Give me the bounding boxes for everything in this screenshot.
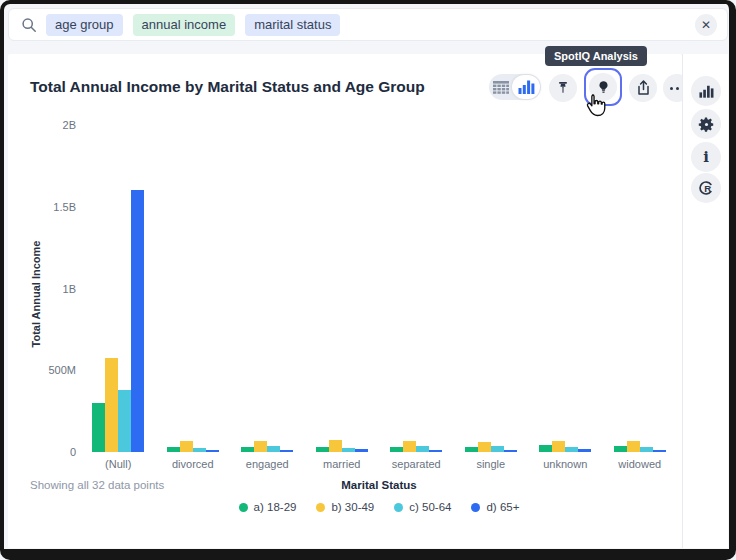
bar[interactable] [193, 448, 206, 452]
bar[interactable] [653, 450, 666, 453]
x-axis-title: Marital Status [81, 479, 677, 491]
bar-group: divorced [156, 125, 231, 452]
legend-dot-icon [394, 503, 403, 512]
answer-toolbar [489, 73, 691, 111]
legend-label: b) 30-49 [331, 501, 374, 513]
bar-group: unknown [528, 125, 603, 452]
bar[interactable] [640, 447, 653, 452]
right-sidebar: i R [682, 54, 728, 548]
bar-group: (Null) [81, 125, 156, 452]
bar[interactable] [105, 358, 118, 452]
y-tick-label: 1.5B [26, 201, 76, 213]
bar[interactable] [403, 441, 416, 452]
bar[interactable] [342, 448, 355, 452]
x-tick-label: widowed [603, 458, 678, 470]
chart-view-icon[interactable] [512, 75, 540, 99]
bar[interactable] [465, 447, 478, 452]
bar[interactable] [167, 447, 180, 452]
legend-dot-icon [471, 503, 480, 512]
gear-icon [698, 116, 715, 133]
bar[interactable] [254, 441, 267, 452]
chart-config-button[interactable] [691, 76, 721, 106]
bar[interactable] [267, 446, 280, 453]
x-tick-label: single [454, 458, 529, 470]
x-tick-label: (Null) [81, 458, 156, 470]
legend-dot-icon [239, 503, 248, 512]
bar[interactable] [614, 446, 627, 452]
legend-label: d) 65+ [486, 501, 519, 513]
close-icon[interactable]: ✕ [695, 14, 717, 36]
bar[interactable] [429, 450, 442, 452]
bar[interactable] [552, 441, 565, 452]
r-analysis-button[interactable]: R [691, 173, 721, 203]
search-icon [21, 17, 37, 33]
pin-icon [555, 80, 571, 96]
y-tick-label: 500M [26, 364, 76, 376]
bar[interactable] [206, 450, 219, 453]
bar-group: married [305, 125, 380, 452]
y-tick-label: 1B [26, 283, 76, 295]
settings-button[interactable] [691, 109, 721, 139]
search-token-list: age groupannual incomemarital status [46, 14, 695, 36]
bar-group: widowed [603, 125, 678, 452]
pin-button[interactable] [549, 74, 577, 102]
x-tick-label: divorced [156, 458, 231, 470]
bar[interactable] [565, 447, 578, 452]
page-title: Total Annual Income by Marital Status an… [30, 78, 425, 96]
legend-label: a) 18-29 [254, 501, 297, 513]
spotiq-highlight [584, 68, 622, 106]
bar[interactable] [578, 449, 591, 452]
y-tick-label: 0 [26, 446, 76, 458]
lightbulb-icon [595, 79, 612, 96]
info-button[interactable]: i [691, 142, 721, 172]
bar[interactable] [118, 390, 131, 452]
spotiq-tooltip: SpotIQ Analysis [545, 46, 647, 66]
share-icon [636, 80, 651, 96]
svg-text:R: R [704, 183, 711, 194]
bar[interactable] [131, 190, 144, 452]
bar[interactable] [316, 447, 329, 452]
bar-chart-icon [699, 85, 714, 98]
bar[interactable] [504, 450, 517, 453]
plot-area: (Null)divorcedengagedmarriedseparatedsin… [81, 125, 677, 452]
bar[interactable] [478, 442, 491, 452]
legend-label: c) 50-64 [409, 501, 451, 513]
bar[interactable] [355, 449, 368, 452]
search-token[interactable]: marital status [245, 14, 340, 36]
x-tick-label: engaged [230, 458, 305, 470]
bar[interactable] [280, 450, 293, 452]
x-tick-label: unknown [528, 458, 603, 470]
legend-item[interactable]: b) 30-49 [316, 501, 374, 513]
answer-card: Total Annual Income by Marital Status an… [8, 54, 682, 548]
legend-item[interactable]: c) 50-64 [394, 501, 451, 513]
table-view-icon[interactable] [490, 75, 512, 99]
search-bar[interactable]: age groupannual incomemarital status ✕ [8, 8, 728, 41]
y-tick-label: 2B [26, 119, 76, 131]
bar[interactable] [241, 447, 254, 452]
r-logo-icon: R [697, 179, 715, 197]
bar[interactable] [539, 445, 552, 452]
bar[interactable] [180, 441, 193, 452]
legend-item[interactable]: d) 65+ [471, 501, 519, 513]
bar[interactable] [491, 446, 504, 452]
spotiq-analysis-button[interactable] [589, 73, 617, 101]
bar[interactable] [627, 441, 640, 452]
bar-group: single [454, 125, 529, 452]
search-token[interactable]: annual income [133, 14, 236, 36]
chart-legend: a) 18-29b) 30-49c) 50-64d) 65+ [81, 501, 677, 513]
legend-dot-icon [316, 503, 325, 512]
y-axis-ticks: 0500M1B1.5B2B [26, 125, 76, 452]
x-tick-label: separated [379, 458, 454, 470]
bar[interactable] [92, 403, 105, 452]
legend-item[interactable]: a) 18-29 [239, 501, 297, 513]
bar-group: separated [379, 125, 454, 452]
bar[interactable] [416, 446, 429, 452]
share-button[interactable] [629, 74, 657, 102]
view-toggle [489, 74, 541, 100]
search-token[interactable]: age group [46, 14, 123, 36]
info-icon: i [703, 148, 709, 166]
x-tick-label: married [305, 458, 380, 470]
bar-group: engaged [230, 125, 305, 452]
bar[interactable] [390, 447, 403, 452]
bar[interactable] [329, 440, 342, 452]
